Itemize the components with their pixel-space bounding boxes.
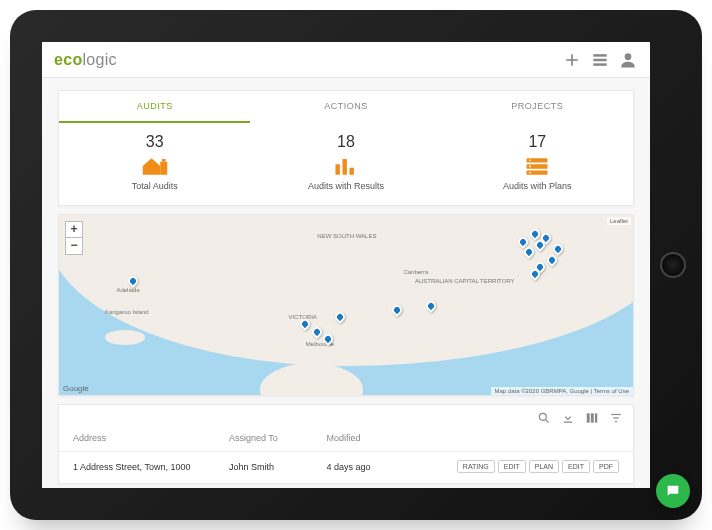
app-bar: ecologic (42, 42, 650, 78)
edit-rating-button[interactable]: EDIT (498, 460, 526, 473)
table-card: Address Assigned To Modified 1 Address S… (58, 404, 634, 484)
stat-value: 17 (442, 133, 633, 151)
svg-rect-9 (342, 159, 346, 175)
stat-label: Audits with Results (250, 181, 441, 191)
cell-modified: 4 days ago (327, 462, 405, 472)
leaflet-attribution: Leaflet (607, 217, 631, 225)
map-label-kangaroo: Kangaroo Island (105, 309, 149, 315)
svg-point-5 (625, 53, 632, 60)
map-attribution: Map data ©2020 GBRMPA, Google | Terms of… (491, 387, 633, 395)
user-icon[interactable] (618, 50, 638, 70)
col-address: Address (73, 433, 229, 443)
svg-point-14 (529, 159, 531, 161)
tablet-home-button[interactable] (660, 252, 686, 278)
col-modified: Modified (327, 433, 405, 443)
stat-audits-plans: 17 Audits with Plans (442, 123, 633, 205)
tab-audits[interactable]: AUDITS (59, 91, 250, 123)
filter-icon[interactable] (609, 411, 623, 425)
app-screen: ecologic AUDITS ACTIONS PROJECTS (42, 42, 650, 488)
svg-rect-6 (160, 162, 167, 175)
svg-rect-19 (587, 413, 590, 422)
stat-value: 33 (59, 133, 250, 151)
grid-view-icon[interactable] (590, 50, 610, 70)
svg-point-17 (539, 413, 546, 420)
stat-total-audits: 33 Total Audits (59, 123, 250, 205)
map-label-adelaide: Adelaide (116, 287, 139, 293)
zoom-out-button[interactable]: − (66, 238, 82, 254)
tab-projects[interactable]: PROJECTS (442, 91, 633, 123)
pdf-button[interactable]: PDF (593, 460, 619, 473)
zoom-in-button[interactable]: + (66, 222, 82, 238)
map-label-nsw: NEW SOUTH WALES (317, 233, 376, 239)
map-viewport[interactable]: NEW SOUTH WALES VICTORIA AUSTRALIAN CAPI… (59, 215, 633, 395)
table-row[interactable]: 1 Address Street, Town, 1000 John Smith … (59, 451, 633, 483)
summary-card: AUDITS ACTIONS PROJECTS 33 Total Audits … (58, 90, 634, 206)
svg-point-15 (529, 166, 531, 168)
brand-logo: ecologic (54, 51, 117, 69)
stat-value: 18 (250, 133, 441, 151)
svg-rect-3 (593, 58, 606, 61)
map-label-canberra: Canberra (403, 269, 428, 275)
rating-button[interactable]: RATING (457, 460, 495, 473)
tab-actions[interactable]: ACTIONS (250, 91, 441, 123)
brand-part-2: logic (82, 51, 116, 68)
svg-rect-10 (349, 168, 353, 175)
google-logo: Google (63, 384, 89, 393)
house-icon (59, 155, 250, 177)
svg-rect-2 (593, 54, 606, 57)
content-area: AUDITS ACTIONS PROJECTS 33 Total Audits … (42, 78, 650, 488)
svg-line-18 (546, 420, 549, 423)
stat-audits-results: 18 Audits with Results (250, 123, 441, 205)
cell-assigned: John Smith (229, 462, 327, 472)
stack-icon (442, 155, 633, 177)
search-icon[interactable] (537, 411, 551, 425)
stats-row: 33 Total Audits 18 Audits with Results (59, 123, 633, 205)
cell-address: 1 Address Street, Town, 1000 (73, 462, 229, 472)
table-toolbar (59, 405, 633, 429)
edit-plan-button[interactable]: EDIT (562, 460, 590, 473)
summary-tabs: AUDITS ACTIONS PROJECTS (59, 91, 633, 123)
map-card: NEW SOUTH WALES VICTORIA AUSTRALIAN CAPI… (58, 214, 634, 396)
plan-button[interactable]: PLAN (529, 460, 559, 473)
columns-icon[interactable] (585, 411, 599, 425)
stat-label: Total Audits (59, 181, 250, 191)
svg-rect-7 (162, 159, 166, 162)
svg-rect-21 (595, 413, 597, 422)
bars-icon (250, 155, 441, 177)
stat-label: Audits with Plans (442, 181, 633, 191)
col-assigned: Assigned To (229, 433, 327, 443)
download-icon[interactable] (561, 411, 575, 425)
map-zoom: + − (65, 221, 83, 255)
brand-part-1: eco (54, 51, 82, 68)
row-actions: RATING EDIT PLAN EDIT PDF (405, 460, 620, 473)
svg-rect-20 (591, 413, 594, 422)
tablet-frame: ecologic AUDITS ACTIONS PROJECTS (10, 10, 702, 520)
map-label-act: AUSTRALIAN CAPITAL TERRITORY (415, 278, 515, 284)
svg-rect-4 (593, 63, 606, 66)
svg-rect-8 (335, 164, 339, 175)
svg-point-16 (529, 172, 531, 174)
table-header: Address Assigned To Modified (59, 429, 633, 451)
add-icon[interactable] (562, 50, 582, 70)
